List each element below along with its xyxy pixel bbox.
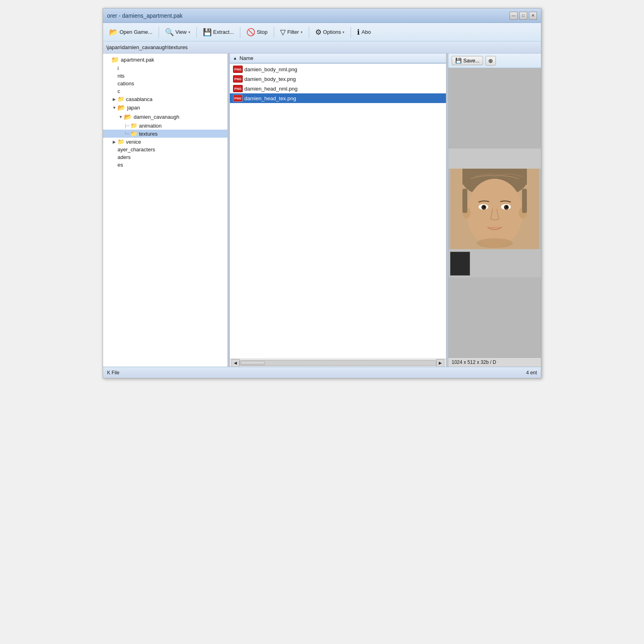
thumbnail-1[interactable] (450, 252, 470, 276)
png-icon-3: PNG (233, 85, 243, 92)
tree-label-aders: aders (118, 154, 131, 160)
textures-folder-icon: 📁 (130, 130, 137, 137)
venice-folder-icon: 📁 (118, 138, 124, 145)
scroll-right-button[interactable]: ▶ (436, 359, 444, 367)
file-item-damien-body-tex[interactable]: PNG damien_body_tex.png (230, 74, 446, 84)
tree-item-casablanca[interactable]: ▶ 📁 casablanca (103, 95, 227, 103)
tree-label-i: i (118, 65, 119, 71)
view-dropdown-arrow: ▾ (188, 30, 190, 34)
tree-item-animation[interactable]: ├─ 📁 animation (103, 122, 227, 130)
tree-label-textures: textures (139, 131, 157, 137)
tree-item-nts[interactable]: nts (103, 72, 227, 80)
folder-open-icon: 📂 (109, 28, 118, 37)
status-bar: K File 4 ent (103, 367, 541, 378)
tree-label-japan: japan (127, 105, 140, 111)
stop-icon: 🚫 (246, 28, 255, 37)
preview-top-spacer (448, 149, 541, 169)
casablanca-folder-icon: 📁 (118, 96, 124, 102)
column-name-label: Name (239, 55, 254, 61)
file-name-1: damien_body_nml.png (244, 66, 297, 72)
casablanca-expand: ▶ (111, 97, 118, 101)
window-title: orer - damiens_apartment.pak (107, 12, 183, 19)
close-button[interactable]: ✕ (529, 12, 537, 20)
tree-item-cations[interactable]: cations (103, 80, 227, 87)
statusbar-right: 4 ent (526, 370, 537, 376)
view-icon: 🔍 (165, 28, 174, 37)
address-path: \japan\damien_cavanaugh\textures (106, 44, 188, 50)
zoom-button[interactable]: ⊕ (485, 56, 496, 66)
separator-2 (196, 27, 197, 38)
options-label: Options (323, 29, 341, 35)
open-game-label: Open Game... (120, 29, 153, 35)
main-window: orer - damiens_apartment.pak — □ ✕ 📂 Ope… (103, 8, 541, 378)
maximize-button[interactable]: □ (519, 12, 527, 20)
png-icon-2: PNG (233, 75, 243, 83)
about-icon: ℹ (357, 28, 360, 37)
tree-panel: 📁 apartment.pak i nts cations (103, 54, 228, 367)
stop-button[interactable]: 🚫 Stop (243, 26, 271, 39)
open-game-button[interactable]: 📂 Open Game... (105, 26, 156, 39)
separator-1 (159, 27, 159, 38)
options-button[interactable]: ⚙ Options ▾ (312, 26, 349, 39)
tree-label-venice: venice (126, 139, 141, 145)
view-button[interactable]: 🔍 View ▾ (161, 26, 194, 39)
minimize-button[interactable]: — (510, 12, 518, 20)
venice-expand: ▶ (111, 140, 118, 144)
scrollbar-thumb[interactable] (241, 361, 265, 365)
tree-item-damien-cavanaugh[interactable]: ▼ 📂 damien_cavanaugh (103, 112, 227, 122)
extract-label: Extract... (213, 29, 234, 35)
svg-point-9 (506, 206, 508, 208)
svg-rect-12 (462, 189, 467, 213)
view-label: View (175, 29, 187, 35)
zoom-icon: ⊕ (488, 58, 493, 64)
statusbar-left: K File (107, 370, 120, 376)
extract-button[interactable]: 💾 Extract... (199, 26, 237, 39)
scroll-left-button[interactable]: ◀ (231, 359, 239, 367)
tree-item-layer-characters[interactable]: ayer_characters (103, 146, 227, 153)
file-list-header[interactable]: ▲ Name (230, 54, 446, 64)
japan-expand: ▼ (111, 105, 118, 110)
file-name-3: damien_head_nml.png (244, 86, 297, 92)
filter-label: Filter (287, 29, 299, 35)
window-controls: — □ ✕ (510, 12, 537, 20)
tree-label-es: es (118, 162, 123, 168)
tree-item-es[interactable]: es (103, 161, 227, 169)
tree-label-damien-cavanaugh: damien_cavanaugh (134, 114, 179, 120)
address-bar: \japan\damien_cavanaugh\textures (103, 41, 541, 54)
options-dropdown-arrow: ▾ (343, 30, 345, 34)
preview-status: 1024 x 512 x 32b / D (448, 357, 541, 367)
tree-label-nts: nts (118, 73, 124, 79)
separator-6 (351, 27, 351, 38)
tree-item-venice[interactable]: ▶ 📁 venice (103, 138, 227, 146)
stop-label: Stop (257, 29, 268, 35)
tree-item-japan[interactable]: ▼ 📂 japan (103, 103, 227, 112)
tree-item-i[interactable]: i (103, 64, 227, 72)
tree-label-animation: animation (139, 123, 161, 129)
about-label: Abo (361, 29, 371, 35)
file-list-scrollbar: ◀ ▶ (230, 359, 446, 367)
tree-item-aders[interactable]: aders (103, 153, 227, 161)
tree-root[interactable]: 📁 apartment.pak (103, 55, 227, 64)
png-icon-4: PNG (233, 95, 243, 102)
file-name-2: damien_body_tex.png (244, 76, 296, 82)
file-item-damien-head-nml[interactable]: PNG damien_head_nml.png (230, 84, 446, 93)
file-item-damien-body-nml[interactable]: PNG damien_body_nml.png (230, 64, 446, 74)
tree-label-c: c (118, 88, 120, 94)
separator-4 (274, 27, 274, 38)
about-button[interactable]: ℹ Abo (353, 26, 374, 39)
preview-face-image (450, 169, 539, 249)
svg-point-3 (466, 179, 523, 247)
png-icon-1: PNG (233, 66, 243, 73)
svg-point-8 (483, 206, 485, 208)
file-item-damien-head-tex[interactable]: PNG damien_head_tex.png (230, 93, 446, 103)
japan-folder-icon: 📂 (118, 104, 126, 111)
save-icon: 💾 (455, 58, 462, 64)
toolbar: 📂 Open Game... 🔍 View ▾ 💾 Extract... 🚫 S… (103, 23, 541, 41)
extract-icon: 💾 (203, 28, 212, 37)
svg-rect-13 (522, 189, 527, 213)
tree-item-textures[interactable]: └─ 📁 textures (103, 130, 227, 138)
scrollbar-track (239, 360, 436, 366)
filter-button[interactable]: ▽ Filter ▾ (277, 26, 306, 39)
tree-item-c[interactable]: c (103, 87, 227, 95)
save-button[interactable]: 💾 Save... (452, 56, 483, 65)
